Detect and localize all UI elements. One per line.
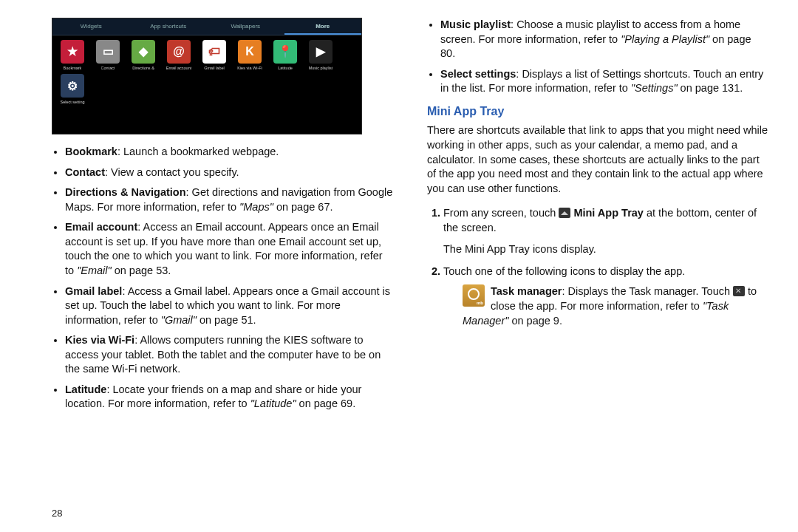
- numbered-steps: From any screen, touch Mini App Tray at …: [427, 206, 768, 328]
- task-term: Task manager: [491, 285, 562, 297]
- app-icon: @Email account: [162, 40, 196, 71]
- app-icon: ★Bookmark: [55, 40, 89, 71]
- app-icon: ▶Music playlist: [304, 40, 338, 71]
- device-screenshot: Widgets App shortcuts Wallpapers More ★B…: [52, 18, 362, 134]
- bullet-item: Select settings: Displays a list of Sett…: [440, 67, 768, 96]
- app-icon: 🏷Gmail label: [197, 40, 231, 71]
- app-icon: ▭Contact: [91, 40, 125, 71]
- section-heading-mini-app-tray: Mini App Tray: [427, 103, 768, 120]
- app-icon: KKies via Wi-Fi: [233, 40, 267, 71]
- app-icon: ◆Directions &: [126, 40, 160, 71]
- bullet-item: Kies via Wi-Fi: Allows computers running…: [65, 333, 393, 377]
- bullet-item: Gmail label: Access a Gmail label. Appea…: [65, 284, 393, 328]
- tab-wallpapers: Wallpapers: [207, 18, 284, 35]
- tab-more: More: [284, 18, 362, 35]
- screenshot-icon-row-1: ★Bookmark▭Contact◆Directions &@Email acc…: [52, 35, 361, 72]
- intro-paragraph: There are shortcuts available that link …: [427, 123, 768, 196]
- bullet-item: Latitude: Locate your friends on a map a…: [65, 383, 393, 412]
- close-icon: [733, 286, 745, 296]
- bullet-item: Music playlist: Choose a music playlist …: [440, 18, 768, 61]
- bullet-item: Bookmark: Launch a bookmarked webpage.: [65, 145, 393, 160]
- tab-app-shortcuts: App shortcuts: [130, 18, 208, 35]
- step-2: Touch one of the following icons to disp…: [443, 265, 768, 328]
- step1-bold: Mini App Tray: [573, 207, 644, 219]
- step-1: From any screen, touch Mini App Tray at …: [443, 206, 768, 257]
- task-manager-icon: [463, 284, 485, 307]
- app-icon: ⚙Select setting: [55, 74, 89, 105]
- bullet-item: Email account: Access an Email account. …: [65, 220, 393, 278]
- right-bullet-list: Music playlist: Choose a music playlist …: [427, 18, 768, 96]
- task-text-a: : Displays the Task manager. Touch: [562, 285, 733, 297]
- bullet-item: Directions & Navigation: Get directions …: [65, 185, 393, 214]
- left-column: Widgets App shortcuts Wallpapers More ★B…: [52, 18, 393, 525]
- right-column: Music playlist: Choose a music playlist …: [427, 18, 768, 525]
- tab-widgets: Widgets: [52, 18, 130, 35]
- bullet-item: Contact: View a contact you specify.: [65, 166, 393, 180]
- screenshot-icon-row-2: ⚙Select setting: [52, 72, 361, 106]
- left-bullet-list: Bookmark: Launch a bookmarked webpage.Co…: [52, 145, 393, 412]
- task-manager-entry: Task manager: Displays the Task manager.…: [463, 284, 768, 328]
- step1-text-c: The Mini App Tray icons display.: [443, 243, 596, 255]
- step2-text: Touch one of the following icons to disp…: [443, 265, 685, 277]
- app-icon: 📍Latitude: [268, 40, 302, 71]
- mini-app-tray-icon: [559, 208, 570, 218]
- screenshot-tabs: Widgets App shortcuts Wallpapers More: [52, 18, 361, 35]
- task-tail: on page 9.: [508, 315, 562, 327]
- step1-text-a: From any screen, touch: [443, 207, 559, 219]
- page-number: 28: [52, 508, 62, 519]
